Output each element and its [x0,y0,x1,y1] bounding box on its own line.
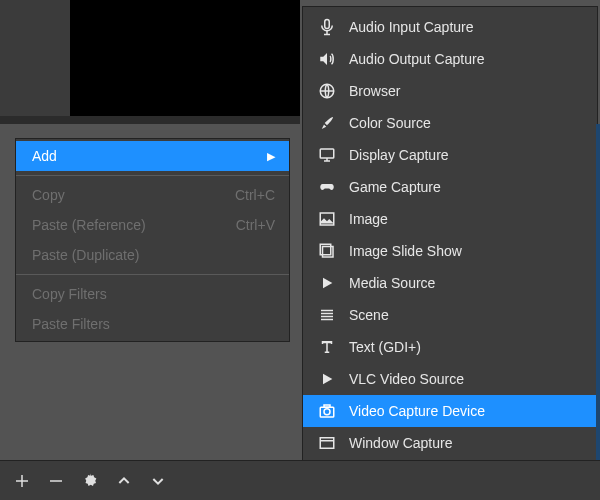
microphone-icon [317,17,337,37]
submenu-item-label: Text (GDI+) [349,339,421,355]
brush-icon [317,113,337,133]
context-menu-add[interactable]: Add ▶ [16,141,289,171]
globe-icon [317,81,337,101]
submenu-item-label: Browser [349,83,400,99]
submenu-arrow-icon: ▶ [267,150,275,163]
submenu-item-vlc-video-source[interactable]: VLC Video Source [303,363,597,395]
submenu-item-label: Media Source [349,275,435,291]
move-source-up-button[interactable] [114,471,134,491]
play-icon [317,369,337,389]
context-menu-paste-duplicate[interactable]: Paste (Duplicate) [16,240,289,270]
context-menu-copy-filters[interactable]: Copy Filters [16,279,289,309]
submenu-item-label: Display Capture [349,147,449,163]
submenu-item-label: Image [349,211,388,227]
context-menu-label: Paste Filters [32,316,110,332]
svg-rect-4 [320,149,334,158]
list-icon [317,305,337,325]
context-menu-shortcut: Ctrl+V [236,217,275,233]
slides-icon [317,241,337,261]
svg-rect-0 [325,20,330,29]
window-icon [317,433,337,453]
camera-icon [317,401,337,421]
submenu-item-audio-input-capture[interactable]: Audio Input Capture [303,11,597,43]
move-source-down-button[interactable] [148,471,168,491]
submenu-item-label: Video Capture Device [349,403,485,419]
gamepad-icon [317,177,337,197]
submenu-item-label: VLC Video Source [349,371,464,387]
remove-source-button[interactable] [46,471,66,491]
submenu-item-label: Audio Input Capture [349,19,474,35]
context-menu-label: Copy Filters [32,286,107,302]
context-menu-label: Copy [32,187,65,203]
submenu-item-media-source[interactable]: Media Source [303,267,597,299]
svg-rect-16 [324,405,330,407]
edge-strip [596,124,600,460]
submenu-item-color-source[interactable]: Color Source [303,107,597,139]
svg-rect-17 [320,438,334,449]
submenu-item-text-gdi[interactable]: Text (GDI+) [303,331,597,363]
submenu-item-video-capture-device[interactable]: Video Capture Device [303,395,597,427]
submenu-item-image-slide-show[interactable]: Image Slide Show [303,235,597,267]
text-icon [317,337,337,357]
source-settings-button[interactable] [80,471,100,491]
context-menu-separator [16,175,289,176]
context-menu-paste-reference[interactable]: Paste (Reference) Ctrl+V [16,210,289,240]
submenu-item-label: Image Slide Show [349,243,462,259]
submenu-item-scene[interactable]: Scene [303,299,597,331]
image-icon [317,209,337,229]
preview-underbar [0,116,300,124]
svg-point-15 [324,409,330,415]
submenu-item-game-capture[interactable]: Game Capture [303,171,597,203]
context-menu-label: Paste (Duplicate) [32,247,139,263]
submenu-item-label: Audio Output Capture [349,51,484,67]
submenu-item-label: Color Source [349,115,431,131]
speaker-icon [317,49,337,69]
monitor-icon [317,145,337,165]
submenu-item-display-capture[interactable]: Display Capture [303,139,597,171]
preview-viewport [70,0,300,116]
context-menu-label: Add [32,148,57,164]
context-menu-shortcut: Ctrl+C [235,187,275,203]
submenu-item-browser[interactable]: Browser [303,75,597,107]
context-menu-copy[interactable]: Copy Ctrl+C [16,180,289,210]
add-source-submenu: Audio Input Capture Audio Output Capture… [302,6,598,464]
context-menu: Add ▶ Copy Ctrl+C Paste (Reference) Ctrl… [15,138,290,342]
play-icon [317,273,337,293]
context-menu-separator [16,274,289,275]
submenu-item-label: Scene [349,307,389,323]
submenu-item-audio-output-capture[interactable]: Audio Output Capture [303,43,597,75]
sources-toolbar [0,460,600,500]
submenu-item-image[interactable]: Image [303,203,597,235]
submenu-item-window-capture[interactable]: Window Capture [303,427,597,459]
add-source-button[interactable] [12,471,32,491]
context-menu-label: Paste (Reference) [32,217,146,233]
context-menu-paste-filters[interactable]: Paste Filters [16,309,289,339]
submenu-item-label: Window Capture [349,435,453,451]
submenu-item-label: Game Capture [349,179,441,195]
